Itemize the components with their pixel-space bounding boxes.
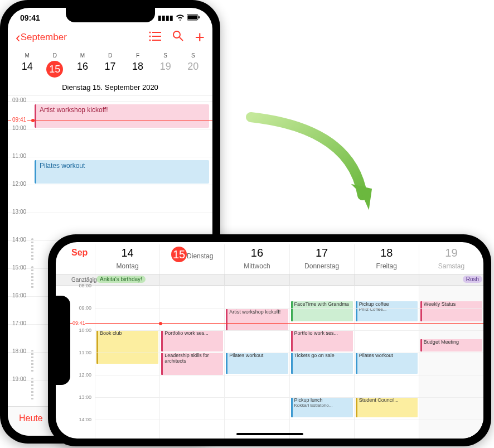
calendar-event[interactable]: Artist workshop kickoff! xyxy=(226,309,288,330)
calendar-event[interactable]: Book club xyxy=(96,330,158,364)
week-header: Sep 14Montag 15Dienstag 16Mittwoch 17Don… xyxy=(56,242,483,274)
hour-label: 14:00 xyxy=(79,417,91,422)
calendar-event[interactable]: Pickup lunchKokkari Estiatorio... xyxy=(291,397,353,417)
phone-landscape: Sep 14Montag 15Dienstag 16Mittwoch 17Don… xyxy=(48,234,491,446)
weekday-label: D xyxy=(96,52,124,59)
svg-rect-6 xyxy=(152,36,161,37)
hour-label: 11:00 xyxy=(12,153,26,159)
calendar-event[interactable]: Pilates workout xyxy=(35,160,209,184)
status-icons: ▮▮▮▮ xyxy=(158,14,200,22)
date-cell[interactable]: 19 xyxy=(152,61,180,78)
calendar-event[interactable]: Weekly Status xyxy=(420,301,482,321)
screen-landscape: Sep 14Montag 15Dienstag 16Mittwoch 17Don… xyxy=(56,242,483,439)
hour-label: 17:00 xyxy=(12,320,26,326)
date-cell-selected[interactable]: 15 xyxy=(41,61,69,78)
allday-cell[interactable]: Ankita's birthday! xyxy=(95,274,159,285)
date-row: 14 15 16 17 18 19 20 xyxy=(8,59,212,78)
hour-label: 16:00 xyxy=(12,292,26,298)
signal-icon: ▮▮▮▮ xyxy=(158,14,173,22)
now-label: 09:41 xyxy=(11,117,27,123)
today-button[interactable]: Heute xyxy=(19,413,43,423)
hour-row: 09:00 xyxy=(8,101,212,102)
date-cell[interactable]: 17 xyxy=(96,61,124,78)
back-label: September xyxy=(21,32,67,43)
grid-line xyxy=(95,353,483,353)
allday-row: Ganztägig Ankita's birthday! Rosh xyxy=(56,274,483,286)
date-title: Dienstag 15. September 2020 xyxy=(8,78,212,95)
hour-label: 14:00 xyxy=(12,237,26,243)
grid-line xyxy=(95,330,483,331)
navbar: ‹ September + xyxy=(8,22,212,52)
hour-label: 09:00 xyxy=(79,305,91,311)
svg-line-10 xyxy=(180,37,183,41)
day-body[interactable]: Book club xyxy=(95,286,159,439)
weekday-label: S xyxy=(152,52,180,59)
hour-label: 12:00 xyxy=(79,372,91,378)
hour-label: 10:00 xyxy=(12,125,26,131)
date-cell[interactable]: 14 xyxy=(13,61,41,78)
allday-event[interactable]: Ankita's birthday! xyxy=(96,276,146,283)
day-column-header[interactable]: 19Samstag xyxy=(419,244,483,274)
svg-rect-8 xyxy=(152,40,161,41)
day-body[interactable]: Pickup coffeePhilz Coffee...Pilates work… xyxy=(354,286,419,439)
grid-line xyxy=(95,397,483,398)
date-cell[interactable]: 16 xyxy=(69,61,96,78)
week-grid[interactable]: 08:0009:0010:0011:0012:0013:0014:00 Book… xyxy=(56,286,483,439)
calendar-event[interactable]: Student Council... xyxy=(356,397,418,417)
weekday-label: M xyxy=(69,52,96,59)
hour-label: 08:00 xyxy=(79,283,91,288)
day-column-header-selected[interactable]: 15Dienstag xyxy=(159,244,224,274)
add-icon[interactable]: + xyxy=(195,28,205,47)
list-icon[interactable] xyxy=(149,30,161,45)
calendar-event[interactable]: Portfolio work ses... xyxy=(161,330,223,351)
allday-cell[interactable] xyxy=(289,274,354,285)
hour-label: 10:00 xyxy=(79,327,91,333)
event-edge-indicator xyxy=(31,378,33,400)
allday-cell[interactable] xyxy=(224,274,289,285)
home-indicator[interactable] xyxy=(236,433,303,435)
grid-line xyxy=(95,375,483,375)
svg-rect-4 xyxy=(152,32,161,33)
search-icon[interactable] xyxy=(172,30,183,45)
day-body[interactable]: Portfolio work ses...Leadership skills f… xyxy=(159,286,224,439)
day-body[interactable]: FaceTime with GrandmaPortfolio work ses.… xyxy=(289,286,354,439)
day-column-header[interactable]: 18Freitag xyxy=(354,244,419,274)
grid-line xyxy=(95,420,483,420)
event-edge-indicator xyxy=(31,350,33,372)
now-dot xyxy=(159,322,162,325)
calendar-event[interactable]: Budget Meeting xyxy=(420,339,482,351)
date-cell[interactable]: 20 xyxy=(179,61,207,78)
day-body[interactable]: Weekly StatusBudget Meeting xyxy=(419,286,483,439)
hour-label: 13:00 xyxy=(79,394,91,400)
notch xyxy=(56,296,70,385)
month-label[interactable]: Sep xyxy=(56,244,95,274)
date-cell[interactable]: 18 xyxy=(124,61,152,78)
day-column-header[interactable]: 14Montag xyxy=(95,244,159,274)
allday-cell[interactable]: Rosh xyxy=(419,274,483,285)
weekday-label: S xyxy=(179,52,207,59)
wifi-icon xyxy=(176,14,185,22)
calendar-event[interactable]: Pilates workout xyxy=(226,353,288,374)
calendar-event[interactable]: Artist workshop kickoff! xyxy=(35,104,209,128)
battery-icon xyxy=(187,14,200,22)
grid-line xyxy=(95,308,483,309)
day-column-header[interactable]: 16Mittwoch xyxy=(224,244,289,274)
hour-row: 11:00 xyxy=(8,157,212,157)
hour-label: 09:00 xyxy=(12,97,26,103)
allday-event[interactable]: Rosh xyxy=(463,276,482,283)
calendar-event[interactable]: Tickets go on sale xyxy=(291,353,353,374)
now-label: 09:41 xyxy=(72,320,85,326)
allday-cell[interactable] xyxy=(354,274,419,285)
calendar-event[interactable]: Pickup coffeePhilz Coffee... xyxy=(356,301,418,321)
allday-cell[interactable] xyxy=(159,274,224,285)
weekday-label: D xyxy=(41,52,69,59)
day-body[interactable]: Artist workshop kickoff!Pilates workout xyxy=(224,286,289,439)
day-column-header[interactable]: 17Donnerstag xyxy=(289,244,354,274)
back-button[interactable]: ‹ September xyxy=(16,29,67,46)
calendar-event[interactable]: Leadership skills for architects xyxy=(161,353,223,375)
calendar-event[interactable]: Portfolio work ses... xyxy=(291,330,353,351)
hour-row: 12:00 xyxy=(8,185,212,185)
svg-point-7 xyxy=(149,40,151,41)
calendar-event[interactable]: FaceTime with Grandma xyxy=(291,301,353,321)
calendar-event[interactable]: Pilates workout xyxy=(356,353,418,374)
